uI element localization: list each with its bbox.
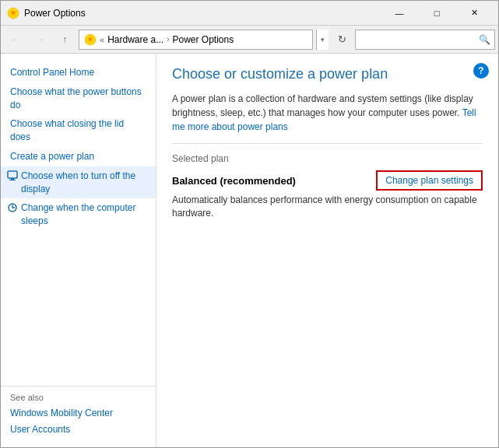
svg-rect-2 [8, 171, 17, 178]
display-icon [7, 170, 18, 185]
path-icon [84, 33, 97, 46]
content-area: Control Panel Home Choose what the power… [1, 54, 498, 447]
sidebar-item-closing-lid[interactable]: Choose what closing the lid does [1, 114, 156, 147]
sleep-icon [7, 202, 18, 217]
plan-description: Automatically balances performance with … [172, 194, 483, 220]
section-divider [172, 143, 483, 144]
minimize-button[interactable]: — [381, 2, 417, 25]
maximize-button[interactable]: □ [419, 2, 455, 25]
plan-row: Balanced (recommended) Change plan setti… [172, 170, 483, 191]
refresh-icon: ↻ [338, 33, 346, 45]
address-current: Power Options [173, 34, 234, 45]
sidebar-item-computer-sleeps[interactable]: Change when the computer sleeps [1, 198, 156, 231]
window-controls: — □ ✕ [381, 2, 492, 25]
sidebar-item-turn-off-display[interactable]: Choose when to turn off the display [1, 166, 156, 199]
change-plan-button[interactable]: Change plan settings [376, 170, 483, 191]
sidebar-item-mobility-center[interactable]: Windows Mobility Center [10, 405, 146, 422]
address-dropdown-button[interactable]: ▾ [316, 30, 329, 50]
plan-name: Balanced (recommended) [172, 175, 296, 187]
sidebar-item-power-buttons[interactable]: Choose what the power buttons do [1, 82, 156, 115]
address-prefix: « [100, 35, 104, 44]
address-hardware: Hardware a... [107, 34, 163, 45]
sidebar-item-user-accounts[interactable]: User Accounts [10, 422, 146, 438]
selected-plan-label: Selected plan [172, 153, 483, 164]
back-icon: ← [10, 34, 19, 45]
dropdown-icon: ▾ [321, 36, 325, 44]
refresh-button[interactable]: ↻ [332, 30, 352, 50]
sidebar-item-control-panel-home[interactable]: Control Panel Home [1, 63, 156, 82]
svg-rect-3 [11, 178, 14, 180]
address-bar: ← → ↑ « Hardware a... › Power Options ▾ … [1, 26, 498, 54]
main-panel: ? Choose or customize a power plan A pow… [156, 54, 498, 447]
up-icon: ↑ [62, 34, 67, 45]
sidebar-see-also: See also Windows Mobility Center User Ac… [1, 386, 156, 441]
see-also-title: See also [10, 393, 146, 402]
search-wrapper: 🔍 [355, 30, 495, 50]
sidebar: Control Panel Home Choose what the power… [1, 54, 156, 447]
search-input[interactable] [355, 30, 495, 50]
help-icon[interactable]: ? [473, 63, 489, 79]
title-bar: Power Options — □ ✕ [1, 1, 498, 26]
sidebar-nav: Control Panel Home Choose what the power… [1, 60, 156, 386]
window-title: Power Options [24, 8, 381, 19]
address-path[interactable]: « Hardware a... › Power Options [79, 30, 313, 50]
svg-rect-4 [9, 180, 16, 180]
main-description: A power plan is a collection of hardware… [172, 92, 483, 134]
close-button[interactable]: ✕ [456, 2, 492, 25]
sidebar-item-create-plan[interactable]: Create a power plan [1, 147, 156, 166]
window-icon [7, 7, 19, 19]
window: Power Options — □ ✕ ← → ↑ « Hardware a..… [0, 0, 499, 448]
forward-icon: → [35, 34, 44, 45]
path-separator-1: › [167, 35, 169, 44]
back-button[interactable]: ← [4, 30, 26, 50]
up-button[interactable]: ↑ [54, 30, 76, 50]
forward-button[interactable]: → [29, 30, 51, 50]
main-title: Choose or customize a power plan [172, 66, 483, 82]
